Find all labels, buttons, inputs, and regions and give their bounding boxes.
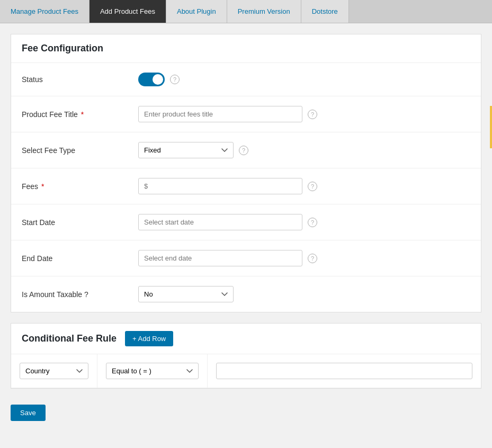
end-date-label: End Date (11, 240, 128, 276)
operator-cell: Equal to ( = ) Not equal to ( != ) Great… (97, 354, 208, 388)
status-toggle[interactable] (138, 73, 165, 86)
taxable-row: Is Amount Taxable ? No Yes (11, 276, 481, 312)
condition-value-input[interactable] (216, 363, 472, 379)
start-date-input[interactable] (138, 214, 302, 230)
conditional-row: Country City State Zip Code Equal to ( =… (11, 354, 481, 388)
main-content: Fee Configuration Status ? (0, 23, 492, 443)
start-date-label: Start Date (11, 204, 128, 240)
fee-type-value: Fixed Percentage ? (128, 132, 481, 168)
toggle-slider[interactable] (138, 73, 165, 86)
status-label: Status (11, 63, 128, 96)
fee-type-label: Select Fee Type (11, 132, 128, 168)
fees-input[interactable] (138, 178, 302, 194)
fee-type-select[interactable]: Fixed Percentage (138, 142, 234, 158)
end-date-input[interactable] (138, 250, 302, 266)
fee-type-help-icon: ? (239, 146, 248, 155)
start-date-value: ? (128, 204, 481, 240)
fees-help-icon: ? (308, 182, 317, 191)
fee-config-title: Fee Configuration (11, 34, 481, 63)
add-row-button[interactable]: + Add Row (125, 331, 173, 346)
start-date-row: Start Date ? (11, 204, 481, 240)
taxable-label: Is Amount Taxable ? (11, 276, 128, 312)
condition-field-select[interactable]: Country City State Zip Code (20, 363, 88, 379)
end-date-help-icon: ? (308, 254, 317, 263)
conditional-fee-header: Conditional Fee Rule + Add Row (11, 324, 481, 354)
required-mark: * (79, 110, 84, 119)
tab-premium-version[interactable]: Premium Version (227, 0, 301, 23)
product-fee-title-input[interactable] (138, 106, 302, 122)
tab-about-plugin[interactable]: About Plugin (166, 0, 227, 23)
conditional-fee-title: Conditional Fee Rule (22, 333, 117, 344)
fee-config-card: Fee Configuration Status ? (11, 34, 481, 312)
product-fee-title-help-icon: ? (308, 110, 317, 119)
tab-dotstore[interactable]: Dotstore (301, 0, 349, 23)
fees-required-mark: * (39, 182, 44, 191)
tab-manage-product-fees[interactable]: Manage Product Fees (0, 0, 90, 23)
taxable-value: No Yes (128, 276, 481, 312)
taxable-select[interactable]: No Yes (138, 286, 234, 302)
operator-select[interactable]: Equal to ( = ) Not equal to ( != ) Great… (106, 363, 199, 379)
fee-config-table: Status ? Product Fee Title * (11, 63, 481, 312)
fees-row: Fees * ? (11, 168, 481, 204)
save-button[interactable]: Save (11, 405, 46, 421)
end-date-row: End Date ? (11, 240, 481, 276)
product-fee-title-label: Product Fee Title * (11, 96, 128, 132)
save-section: Save (11, 399, 481, 426)
nav-tabs: Manage Product Fees Add Product Fees Abo… (0, 0, 492, 23)
fee-type-row: Select Fee Type Fixed Percentage ? (11, 132, 481, 168)
conditional-fee-card: Conditional Fee Rule + Add Row Country C… (11, 323, 481, 389)
status-value: ? (128, 63, 481, 96)
tab-add-product-fees[interactable]: Add Product Fees (90, 0, 166, 23)
status-help-icon: ? (170, 75, 180, 84)
fees-label: Fees * (11, 168, 128, 204)
right-accent-bar (490, 106, 492, 148)
product-fee-title-row: Product Fee Title * ? (11, 96, 481, 132)
status-row: Status ? (11, 63, 481, 96)
end-date-value: ? (128, 240, 481, 276)
start-date-help-icon: ? (308, 218, 317, 227)
fees-value: ? (128, 168, 481, 204)
condition-field-cell: Country City State Zip Code (11, 354, 97, 388)
value-cell (208, 354, 481, 388)
product-fee-title-value: ? (128, 96, 481, 132)
